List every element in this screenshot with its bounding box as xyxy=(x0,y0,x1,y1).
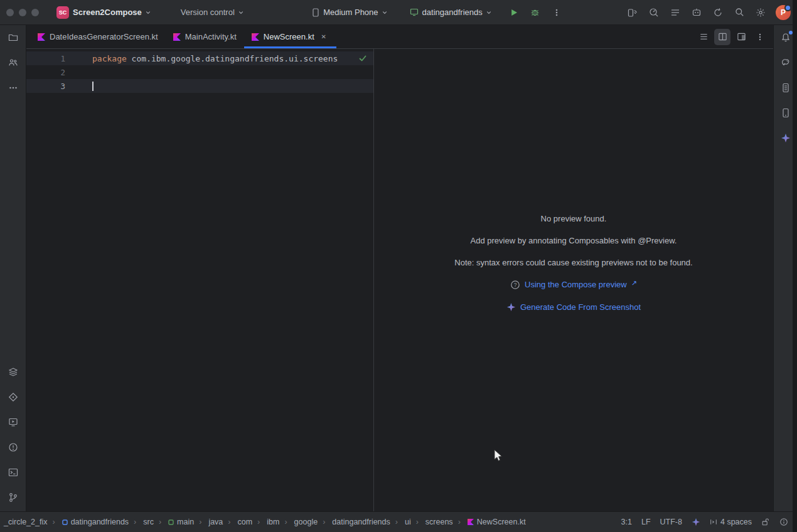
problems-icon xyxy=(8,442,18,452)
gemini-status-widget[interactable] xyxy=(692,518,700,526)
gradle-icon xyxy=(781,58,791,68)
more-vertical-icon xyxy=(756,33,764,41)
breadcrumb-label: google xyxy=(294,518,318,526)
breadcrumb-label: ibm xyxy=(267,518,279,526)
user-avatar[interactable]: P xyxy=(776,5,791,20)
inspections-widget[interactable] xyxy=(358,54,367,65)
compose-preview-docs-link[interactable]: Using the Compose preview xyxy=(525,280,627,289)
encoding-widget[interactable]: UTF-8 xyxy=(660,518,682,526)
problems-tool-button[interactable] xyxy=(4,439,22,456)
breadcrumb-item[interactable]: NewScreen.kt xyxy=(454,516,527,528)
tab-label: DateIdeasGeneratorScreen.kt xyxy=(50,32,158,41)
version-control-tool-button[interactable] xyxy=(4,489,22,506)
run-configuration-label: datingandfriends xyxy=(422,8,483,17)
editor-options-button[interactable] xyxy=(752,29,768,45)
project-name: Screen2Compose xyxy=(73,8,142,17)
gradle-tool-button[interactable] xyxy=(777,54,794,72)
design-view-button[interactable] xyxy=(733,29,749,45)
more-run-actions-button[interactable] xyxy=(548,4,565,21)
keyword-token: package xyxy=(92,54,127,63)
profiler-icon xyxy=(649,8,659,18)
profiler-button[interactable] xyxy=(645,4,663,21)
breadcrumb-item[interactable]: google xyxy=(281,516,319,528)
code-line[interactable]: 3 xyxy=(26,79,373,93)
zoom-window-button[interactable] xyxy=(31,9,39,16)
analysis-status-widget[interactable] xyxy=(779,518,788,526)
close-window-button[interactable] xyxy=(6,9,14,16)
code-view-button[interactable] xyxy=(695,29,712,45)
breadcrumb-item[interactable]: datingandfriends xyxy=(319,516,392,528)
running-devices-tool-button[interactable] xyxy=(4,413,22,431)
breadcrumb-item[interactable]: datingandfriends xyxy=(48,516,130,528)
breadcrumb-item[interactable]: screens xyxy=(412,516,454,528)
more-tool-windows-button[interactable] xyxy=(4,79,22,97)
people-icon xyxy=(8,58,18,68)
sparkle-icon xyxy=(692,518,700,526)
code-line[interactable]: 1 package com.ibm.google.datingandfriend… xyxy=(26,51,373,65)
assistant-icon xyxy=(692,8,702,18)
run-button[interactable] xyxy=(505,4,523,21)
pair-devices-button[interactable] xyxy=(624,4,641,21)
settings-button[interactable] xyxy=(752,4,769,21)
device-selector[interactable]: Medium Phone xyxy=(307,4,392,20)
external-link-icon: ↗ xyxy=(631,279,637,287)
notification-dot xyxy=(789,31,793,35)
syntax-note-message: Note: syntax errors could cause existing… xyxy=(454,258,692,267)
tab-mainactivity[interactable]: MainActivity.kt xyxy=(166,25,244,48)
cursor-position-widget[interactable]: 3:1 xyxy=(621,518,632,526)
terminal-tool-button[interactable] xyxy=(4,464,22,481)
device-explorer-icon xyxy=(781,83,791,93)
version-control-menu[interactable]: Version control xyxy=(176,4,249,20)
sync-project-button[interactable] xyxy=(709,4,727,21)
tab-close-icon[interactable] xyxy=(319,32,329,42)
project-tool-button[interactable] xyxy=(4,29,22,46)
gemini-tool-button[interactable] xyxy=(777,129,794,147)
device-explorer-tool-button[interactable] xyxy=(777,79,794,97)
add-preview-message: Add preview by annotating Composables wi… xyxy=(471,236,677,245)
split-view-icon xyxy=(718,32,727,41)
breadcrumb-item[interactable]: main xyxy=(155,516,195,528)
indent-icon xyxy=(710,518,717,526)
indent-widget[interactable]: 4 spaces xyxy=(710,518,752,526)
run-configuration-selector[interactable]: datingandfriends xyxy=(405,4,496,20)
ai-assistant-button[interactable] xyxy=(688,4,705,21)
editor-tabbar: DateIdeasGeneratorScreen.kt MainActivity… xyxy=(26,25,773,49)
resource-manager-tool-button[interactable] xyxy=(4,388,22,406)
line-number: 2 xyxy=(26,68,65,77)
project-selector[interactable]: SC Screen2Compose xyxy=(51,3,156,22)
device-stream-icon xyxy=(8,417,18,427)
line-separator-widget[interactable]: LF xyxy=(641,518,651,526)
editor-content: 1 package com.ibm.google.datingandfriend… xyxy=(26,49,773,511)
bug-icon xyxy=(530,8,540,17)
generate-code-row: Generate Code From Screenshot xyxy=(506,302,641,312)
split-view-button[interactable] xyxy=(714,29,730,45)
project-badge-icon: SC xyxy=(56,6,69,19)
structure-view-button[interactable] xyxy=(666,4,684,21)
terminal-icon xyxy=(8,467,18,477)
debug-button[interactable] xyxy=(527,4,544,21)
generate-code-link[interactable]: Generate Code From Screenshot xyxy=(520,302,641,312)
readonly-toggle-widget[interactable] xyxy=(761,518,770,526)
breadcrumb-label: java xyxy=(208,518,223,526)
code-editor[interactable]: 1 package com.ibm.google.datingandfriend… xyxy=(26,49,373,511)
breadcrumb-item[interactable]: src xyxy=(130,516,155,528)
minimize-window-button[interactable] xyxy=(19,9,26,16)
breadcrumb-item[interactable]: ibm xyxy=(254,516,281,528)
code-line[interactable]: 2 xyxy=(26,65,373,79)
search-everywhere-button[interactable] xyxy=(730,4,748,21)
device-manager-icon xyxy=(781,108,791,118)
breadcrumb-item[interactable]: _circle_2_fix xyxy=(3,516,48,528)
no-preview-message: No preview found. xyxy=(541,214,607,223)
chevron-down-icon xyxy=(486,10,491,15)
notifications-button[interactable] xyxy=(777,29,794,46)
breadcrumb-item[interactable]: ui xyxy=(392,516,412,528)
commit-tool-button[interactable] xyxy=(4,54,22,72)
compose-preview-panel: No preview found. Add preview by annotat… xyxy=(373,49,773,511)
build-variants-tool-button[interactable] xyxy=(4,363,22,381)
tab-newscreen[interactable]: NewScreen.kt xyxy=(244,25,336,48)
tab-dateideasgeneratorscreen[interactable]: DateIdeasGeneratorScreen.kt xyxy=(30,25,166,48)
device-manager-tool-button[interactable] xyxy=(777,104,794,122)
breadcrumb-item[interactable]: com xyxy=(224,516,254,528)
breadcrumb-item[interactable]: java xyxy=(195,516,224,528)
breadcrumb-label: datingandfriends xyxy=(71,518,129,526)
